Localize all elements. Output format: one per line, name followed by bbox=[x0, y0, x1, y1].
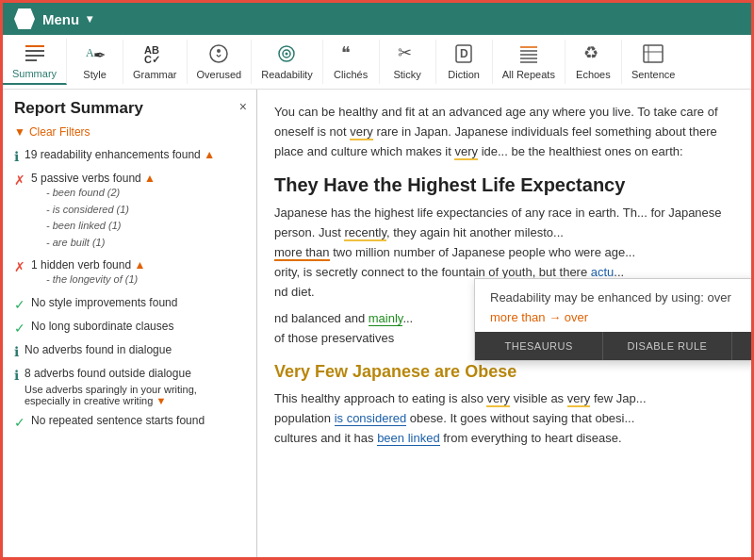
extra-text: Use adverbs sparingly in your writing, e… bbox=[25, 384, 245, 406]
report-item-text: 8 adverbs found outside dialogue bbox=[25, 367, 191, 380]
highlighted-word-2: very bbox=[454, 144, 478, 160]
toolbar-item-sentence[interactable]: Sentence bbox=[622, 40, 684, 84]
panel-title: Report Summary bbox=[14, 99, 245, 118]
article-para-3: This healthy approach to eating is also … bbox=[274, 389, 734, 448]
grammar-icon: ABC✓ bbox=[143, 43, 166, 67]
close-button[interactable]: × bbox=[239, 99, 247, 114]
allrepeats-label: All Repeats bbox=[502, 69, 555, 80]
report-item-content: 8 adverbs found outside dialogueUse adve… bbox=[25, 367, 245, 406]
sub-item: - is considered (1) bbox=[46, 202, 156, 219]
sub-item: - the longevity of (1) bbox=[46, 272, 145, 288]
cliches-label: Clichés bbox=[334, 69, 368, 80]
toolbar-item-diction[interactable]: DDiction bbox=[436, 40, 493, 84]
overused-label: Overused bbox=[197, 69, 242, 80]
been-linked-phrase: been linked bbox=[377, 431, 440, 446]
report-item-content: 19 readability enhancements found ▲ bbox=[25, 148, 215, 161]
very2-word: very bbox=[567, 391, 591, 407]
readability-icon bbox=[275, 43, 298, 67]
report-item: ℹ 19 readability enhancements found ▲ bbox=[14, 148, 245, 164]
extra-arrow[interactable]: ▼ bbox=[156, 395, 166, 406]
is-considered-phrase: is considered bbox=[335, 411, 407, 426]
ok-icon: ✓ bbox=[14, 321, 25, 336]
report-item-text: 5 passive verbs found bbox=[31, 172, 141, 185]
diction-label: Diction bbox=[448, 69, 480, 80]
expand-arrow[interactable]: ▲ bbox=[144, 172, 156, 185]
highlighted-word: very bbox=[350, 124, 373, 140]
report-item-content: No adverbs found in dialogue bbox=[25, 343, 172, 356]
main-layout: Report Summary × ▼ Clear Filters ℹ 19 re… bbox=[3, 90, 751, 560]
summary-icon bbox=[24, 42, 46, 66]
sub-item: - are built (1) bbox=[46, 235, 156, 252]
report-item-content: 1 hidden verb found ▲- the longevity of … bbox=[31, 258, 145, 288]
toolbar-item-readability[interactable]: Readability bbox=[252, 40, 322, 84]
tooltip-ignore-button[interactable]: IGNORE bbox=[732, 332, 751, 360]
app-logo-icon bbox=[14, 8, 35, 29]
info-icon: ℹ bbox=[14, 149, 19, 164]
menu-label[interactable]: Menu bbox=[42, 11, 79, 27]
sentence-icon bbox=[642, 43, 664, 67]
report-item: ℹ No adverbs found in dialogue bbox=[14, 343, 245, 359]
clear-filters-label: Clear Filters bbox=[29, 125, 90, 139]
grammar-label: Grammar bbox=[133, 69, 176, 80]
overused-icon bbox=[207, 43, 230, 67]
allrepeats-icon bbox=[517, 43, 540, 67]
tooltip-footer: THESAURUSDISABLE RULEIGNORE bbox=[475, 332, 751, 360]
readability-label: Readability bbox=[261, 69, 312, 80]
toolbar-item-grammar[interactable]: ABC✓Grammar bbox=[123, 40, 187, 84]
diction-icon: D bbox=[452, 43, 475, 67]
tooltip-body: Readability may be enhanced by using: ov… bbox=[475, 279, 751, 332]
sub-item: - been linked (1) bbox=[46, 218, 156, 235]
article-heading-2: Very Few Japanese are Obese bbox=[274, 362, 734, 382]
report-item-text: No long subordinate clauses bbox=[31, 320, 173, 333]
more-than-phrase: more than bbox=[274, 245, 330, 261]
article-intro: You can be healthy and fit at an advance… bbox=[274, 103, 734, 161]
toolbar-item-cliches[interactable]: ❝Clichés bbox=[323, 40, 380, 84]
ok-icon: ✓ bbox=[14, 415, 25, 430]
expand-arrow[interactable]: ▲ bbox=[204, 148, 215, 161]
menu-chevron-icon[interactable]: ▾ bbox=[87, 12, 92, 25]
mainly-word: mainly bbox=[369, 311, 403, 326]
tooltip-disable_rule-button[interactable]: DISABLE RULE bbox=[603, 332, 731, 360]
tooltip-popup: Readability may be enhanced by using: ov… bbox=[474, 278, 751, 361]
expand-arrow[interactable]: ▲ bbox=[134, 258, 145, 272]
toolbar-item-overused[interactable]: Overused bbox=[188, 40, 253, 84]
report-item-text: No adverbs found in dialogue bbox=[25, 343, 172, 356]
report-item-content: No long subordinate clauses bbox=[31, 320, 173, 333]
tooltip-message: Readability may be enhanced by using: ov… bbox=[490, 290, 751, 305]
left-panel: Report Summary × ▼ Clear Filters ℹ 19 re… bbox=[3, 90, 257, 560]
article-heading-1: They Have the Highest Life Expectancy bbox=[274, 174, 734, 196]
report-item-text: 19 readability enhancements found bbox=[25, 148, 201, 161]
toolbar-item-style[interactable]: A✒Style bbox=[67, 40, 123, 84]
report-item: ✓ No long subordinate clauses bbox=[14, 320, 245, 336]
svg-text:✒: ✒ bbox=[93, 47, 106, 63]
report-item-content: 5 passive verbs found ▲- been found (2)-… bbox=[31, 172, 156, 251]
style-icon: A✒ bbox=[84, 43, 107, 67]
style-label: Style bbox=[83, 69, 106, 80]
svg-text:❝: ❝ bbox=[341, 43, 351, 62]
tooltip-suggestion: more than → over bbox=[490, 310, 751, 324]
clear-filters-button[interactable]: ▼ Clear Filters bbox=[14, 125, 245, 139]
svg-text:D: D bbox=[460, 47, 468, 60]
report-item-text: No repeated sentence starts found bbox=[31, 414, 205, 427]
report-item-content: No style improvements found bbox=[31, 296, 177, 309]
echoes-icon: ♻ bbox=[582, 43, 604, 67]
svg-point-8 bbox=[210, 45, 227, 62]
error-icon: ✗ bbox=[14, 173, 25, 188]
echoes-label: Echoes bbox=[576, 69, 611, 80]
svg-rect-23 bbox=[644, 45, 663, 62]
summary-label: Summary bbox=[12, 68, 57, 79]
report-item-text: 1 hidden verb found bbox=[31, 258, 131, 272]
sticky-icon: ✂ bbox=[396, 43, 418, 67]
toolbar: SummaryA✒StyleABC✓GrammarOverusedReadabi… bbox=[3, 35, 751, 90]
info-icon: ℹ bbox=[14, 368, 19, 383]
report-item: ℹ 8 adverbs found outside dialogueUse ad… bbox=[14, 367, 245, 406]
tooltip-thesaurus-button[interactable]: THESAURUS bbox=[475, 332, 603, 360]
menu-bar: Menu ▾ bbox=[3, 3, 751, 35]
error-icon: ✗ bbox=[14, 259, 25, 274]
toolbar-item-allrepeats[interactable]: All Repeats bbox=[493, 40, 566, 84]
toolbar-item-echoes[interactable]: ♻Echoes bbox=[566, 40, 622, 84]
toolbar-item-sticky[interactable]: ✂Sticky bbox=[380, 40, 436, 84]
cliches-icon: ❝ bbox=[339, 43, 362, 67]
svg-point-12 bbox=[286, 53, 288, 56]
toolbar-item-summary[interactable]: Summary bbox=[3, 39, 67, 85]
